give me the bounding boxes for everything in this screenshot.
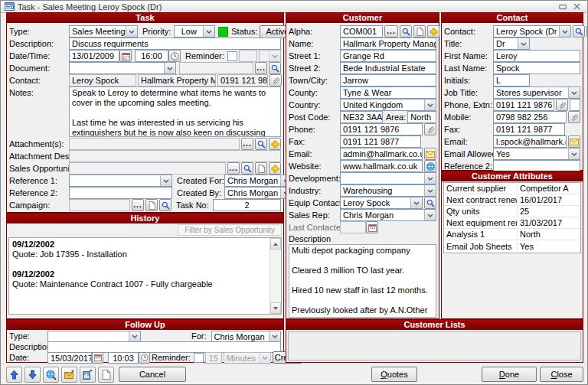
initials-field[interactable]: L <box>493 74 530 86</box>
campaign-new-button[interactable] <box>145 199 158 211</box>
email-allowed-select[interactable]: Yes <box>493 148 580 160</box>
fax-field[interactable]: 0191 121 9877 <box>340 135 421 148</box>
send-mail-button[interactable] <box>61 367 77 383</box>
reference1-select[interactable] <box>69 175 172 187</box>
task-type-select[interactable]: Sales Meeting <box>69 25 138 38</box>
customer-description-textarea[interactable]: Multi depot packaging company Cleared 3 … <box>289 244 436 318</box>
county-field[interactable]: Tyne & Wear <box>340 86 436 99</box>
last-contacted-calendar-button[interactable] <box>366 221 378 233</box>
new-note-button[interactable] <box>98 367 114 383</box>
campaign-field[interactable] <box>69 199 130 211</box>
close-button[interactable] <box>570 2 583 11</box>
document-browse-button[interactable]: ... <box>255 62 267 74</box>
followup-description-field[interactable] <box>47 341 281 353</box>
contact-extn-field[interactable] <box>570 99 580 111</box>
phone-attach-button[interactable] <box>424 123 436 135</box>
done-button[interactable]: Done <box>482 367 537 382</box>
attachment-desc-field[interactable] <box>69 150 281 162</box>
title-select[interactable]: Dr <box>493 38 530 50</box>
mobile-field[interactable]: 0798 982 256 <box>493 111 567 123</box>
contact-attach-button[interactable] <box>270 74 282 86</box>
attribute-row[interactable]: Qty units 25 <box>444 206 580 217</box>
task-contact-jobtitle-field[interactable]: Hallmark Property Manager <box>138 74 216 86</box>
equip-contact-select[interactable]: Leroy Spock <box>340 197 423 209</box>
followup-for-select[interactable]: Chris Morgan <box>211 331 281 342</box>
followup-date-field[interactable]: 15/03/2017 <box>47 352 92 364</box>
attribute-row[interactable]: Current supplier Competitor A <box>444 183 580 194</box>
sales-rep-select[interactable]: Chris Morgan <box>340 209 436 221</box>
attachments-field[interactable] <box>69 138 240 150</box>
industry-select[interactable]: Warehousing <box>340 184 436 197</box>
export-report-button[interactable] <box>80 367 96 383</box>
contact-fax-field[interactable]: 0191 121 9877 <box>493 123 565 135</box>
task-priority-select[interactable]: Low <box>174 25 215 38</box>
document-search-button[interactable] <box>269 62 281 74</box>
phone-field[interactable]: 0191 121 9876 <box>340 123 423 135</box>
task-time-field[interactable]: 16:00 <box>135 50 168 62</box>
alpha-field[interactable]: COM001 <box>340 25 383 38</box>
customer-add-button[interactable] <box>427 25 439 38</box>
customer-attributes-table[interactable]: Current supplier Competitor A Next contr… <box>443 182 581 253</box>
task-contact-name-field[interactable]: Leroy Spock <box>69 74 136 86</box>
customer-lists-box[interactable] <box>288 331 581 361</box>
last-contacted-field[interactable] <box>340 221 366 233</box>
task-notes-textarea[interactable]: Speak to Leroy to determine what items h… <box>69 86 281 137</box>
document-select[interactable] <box>69 62 176 74</box>
sales-opportunity-new-button[interactable] <box>255 162 267 175</box>
open-website-button[interactable] <box>424 160 436 172</box>
reminder-interval-field[interactable] <box>239 50 257 62</box>
task-no-field[interactable]: 2 <box>213 199 281 211</box>
followup-calendar-button[interactable] <box>92 352 103 364</box>
move-down-button[interactable] <box>24 367 41 383</box>
first-name-field[interactable]: Leroy <box>493 50 580 62</box>
contact-phone-field[interactable]: 0191 121 9876 <box>493 99 554 111</box>
attribute-row[interactable]: Email Job Sheets Yes <box>444 240 580 252</box>
sales-opportunity-add-button[interactable] <box>269 162 281 175</box>
campaign-browse-button[interactable]: ... <box>132 199 144 211</box>
reminder-checkbox[interactable] <box>227 51 237 61</box>
campaign-search-button[interactable] <box>159 199 172 211</box>
minimize-button[interactable] <box>556 2 570 11</box>
last-name-field[interactable]: Spock <box>493 62 580 74</box>
website-field[interactable]: www.hallmark.co.uk <box>340 160 423 172</box>
street2-field[interactable]: Bede Industrial Estate <box>340 62 436 74</box>
followup-type-select[interactable] <box>47 331 141 342</box>
reference2-field[interactable] <box>69 187 172 199</box>
attribute-row[interactable]: Analysis 1 North <box>444 229 580 240</box>
task-date-field[interactable]: 13/01/2009 <box>69 50 119 62</box>
street1-field[interactable]: Grange Rd <box>340 50 436 62</box>
contact-select[interactable]: Leroy Spock (Dr <box>493 25 571 38</box>
task-contact-phone-field[interactable]: 0191 121 9876 <box>217 74 268 86</box>
customer-browse-button[interactable]: ... <box>384 25 398 38</box>
quotes-button[interactable]: Quotes <box>371 367 417 382</box>
close-window-button[interactable]: Close <box>540 367 583 382</box>
reminder-units-select[interactable] <box>259 50 281 62</box>
task-description-field[interactable]: Discuss requirments <box>69 38 281 50</box>
area-field[interactable]: North <box>407 111 436 123</box>
attribute-row[interactable]: Next equipment renew 31/03/2017 <box>444 217 580 229</box>
cancel-button[interactable]: Cancel <box>119 367 186 382</box>
contact-phone-attach-button[interactable] <box>556 99 568 111</box>
attachments-browse-button[interactable]: ... <box>241 138 253 150</box>
clock-button[interactable] <box>168 50 181 62</box>
created-for-select[interactable]: Chris Morgan <box>224 175 292 187</box>
attribute-row[interactable]: Next contract renewal 16/01/2017 <box>444 194 580 206</box>
equip-contact-search-button[interactable] <box>424 197 436 209</box>
sales-opportunity-field[interactable] <box>69 162 226 175</box>
followup-reminder-checkbox[interactable] <box>194 353 204 363</box>
email-field[interactable]: admin@hallmark.co.uk <box>340 148 423 160</box>
filter-by-sales-opportunity-button[interactable]: Filter by Sales Opportunity <box>178 224 282 236</box>
customer-new-button[interactable] <box>413 25 426 38</box>
created-by-select[interactable]: Chris Morgan <box>224 187 292 199</box>
postcode-field[interactable]: NE32 3AA <box>340 111 383 123</box>
followup-reminder-interval-field[interactable]: 15 <box>205 352 222 364</box>
contact-email-field[interactable]: l.spock@hallmark.co.uk <box>493 135 567 148</box>
country-select[interactable]: United Kingdom <box>340 99 436 111</box>
scroll-up-button[interactable] <box>270 238 281 250</box>
customer-search-button[interactable] <box>400 25 412 38</box>
history-list[interactable]: 09/12/2002 Quote: Job 17395 - Installati… <box>8 237 282 315</box>
followup-reminder-units-select[interactable]: Minutes <box>224 352 271 364</box>
job-title-select[interactable]: Stores supervisor <box>493 86 580 99</box>
contact-send-email-button[interactable] <box>568 135 580 148</box>
scroll-down-button[interactable] <box>270 302 281 314</box>
